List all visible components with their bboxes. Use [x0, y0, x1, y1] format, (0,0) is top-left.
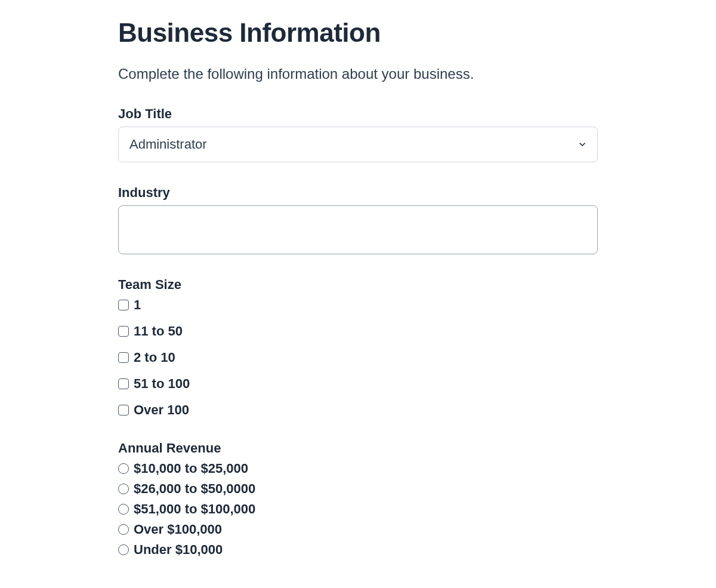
annual-revenue-options: $10,000 to $25,000 $26,000 to $50,0000 $…	[118, 461, 598, 558]
option-label: 51 to 100	[134, 376, 190, 392]
job-title-selected-value: Administrator	[129, 137, 207, 152]
radio-input[interactable]	[118, 544, 129, 555]
radio-input[interactable]	[118, 463, 129, 474]
radio-input[interactable]	[118, 484, 129, 494]
annual-revenue-option: $51,000 to $100,000	[118, 501, 598, 517]
industry-field: Industry	[118, 185, 598, 254]
annual-revenue-option: $26,000 to $50,0000	[118, 481, 598, 497]
annual-revenue-option: Under $10,000	[118, 542, 598, 558]
job-title-select-wrapper: Administrator	[118, 127, 598, 162]
team-size-option: 2 to 10	[118, 350, 598, 365]
team-size-options: 1 11 to 50 2 to 10 51 to 100 Over 100	[118, 297, 598, 418]
radio-input[interactable]	[118, 524, 129, 535]
annual-revenue-option: $10,000 to $25,000	[118, 461, 598, 476]
team-size-label: Team Size	[118, 277, 598, 293]
job-title-select[interactable]: Administrator	[118, 127, 598, 162]
option-label: Over 100	[134, 402, 189, 418]
option-label: 11 to 50	[134, 324, 183, 339]
job-title-field: Job Title Administrator	[118, 106, 598, 162]
industry-input[interactable]	[118, 205, 598, 254]
checkbox-input[interactable]	[118, 378, 129, 389]
checkbox-input[interactable]	[118, 405, 129, 415]
option-label: $26,000 to $50,0000	[134, 481, 255, 497]
annual-revenue-label: Annual Revenue	[118, 441, 598, 456]
option-label: $10,000 to $25,000	[134, 461, 248, 476]
option-label: Over $100,000	[134, 522, 222, 537]
team-size-option: 51 to 100	[118, 376, 598, 392]
team-size-field: Team Size 1 11 to 50 2 to 10 51 to 100 O…	[118, 277, 598, 418]
checkbox-input[interactable]	[118, 326, 129, 337]
option-label: $51,000 to $100,000	[134, 501, 255, 517]
page-title: Business Information	[118, 18, 598, 48]
checkbox-input[interactable]	[118, 352, 129, 363]
team-size-option: Over 100	[118, 402, 598, 418]
option-label: 2 to 10	[134, 350, 175, 365]
annual-revenue-option: Over $100,000	[118, 522, 598, 537]
option-label: Under $10,000	[134, 542, 223, 558]
form-container: Business Information Complete the follow…	[0, 0, 716, 588]
job-title-label: Job Title	[118, 106, 598, 122]
industry-label: Industry	[118, 185, 598, 201]
page-description: Complete the following information about…	[118, 66, 598, 82]
team-size-option: 1	[118, 297, 598, 313]
team-size-option: 11 to 50	[118, 324, 598, 339]
radio-input[interactable]	[118, 504, 129, 515]
option-label: 1	[134, 297, 141, 313]
annual-revenue-field: Annual Revenue $10,000 to $25,000 $26,00…	[118, 441, 598, 558]
checkbox-input[interactable]	[118, 300, 129, 310]
